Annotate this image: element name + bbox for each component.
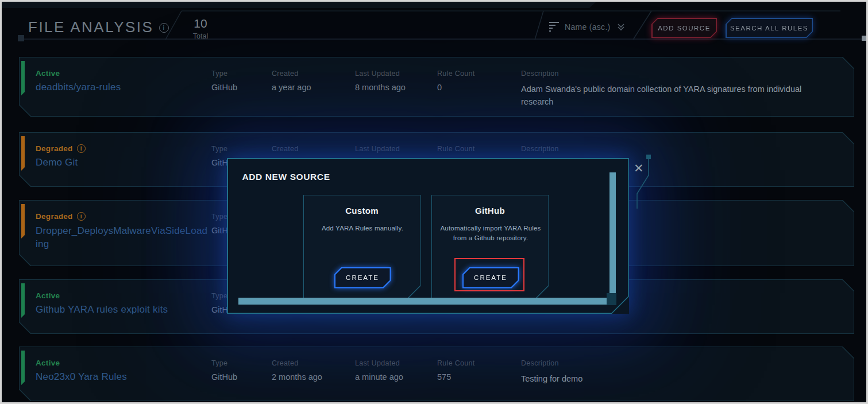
col-value-last-updated: a minute ago bbox=[355, 372, 403, 382]
col-label-description: Description bbox=[521, 359, 559, 367]
modal-horizontal-scrollbar[interactable] bbox=[238, 298, 607, 305]
degraded-info-icon[interactable]: i bbox=[77, 212, 86, 221]
modal-title: ADD NEW SOURCE bbox=[242, 172, 330, 182]
sort-icon bbox=[549, 22, 559, 32]
col-value-rule-count: 0 bbox=[437, 83, 442, 92]
source-name-link[interactable]: Dropper_DeploysMalwareViaSideLoading bbox=[36, 225, 208, 251]
title-info-icon[interactable]: i bbox=[159, 23, 169, 33]
status-bar bbox=[21, 283, 25, 318]
col-label-rule-count: Rule Count bbox=[437, 70, 475, 78]
status-badge: Active bbox=[36, 291, 60, 300]
page-title: FILE ANALYSISi bbox=[28, 18, 169, 36]
col-label-type: Type bbox=[211, 359, 227, 367]
status-badge: Degradedi bbox=[36, 212, 86, 221]
total-count-value: 10 bbox=[174, 17, 227, 30]
custom-card-title: Custom bbox=[304, 206, 421, 216]
status-badge: Degradedi bbox=[36, 144, 86, 153]
github-card-description: Automatically import YARA Rules from a G… bbox=[439, 224, 542, 244]
col-label-type: Type bbox=[211, 145, 227, 153]
add-source-button[interactable]: ADD SOURCE bbox=[651, 18, 717, 38]
modal-vertical-scrollbar[interactable] bbox=[609, 172, 616, 293]
col-label-created: Created bbox=[272, 145, 299, 153]
top-accent-strip bbox=[2, 2, 596, 8]
sort-control[interactable]: Name (asc.) bbox=[549, 22, 626, 32]
col-value-created: 2 months ago bbox=[272, 372, 322, 382]
col-value-description: Adam Swanda's public domain collection o… bbox=[521, 83, 834, 109]
app-window: FILE ANALYSISi 10 Total Name (asc.) ADD … bbox=[0, 0, 868, 404]
col-value-last-updated: 8 months ago bbox=[355, 83, 406, 92]
source-name-link[interactable]: Demo Git bbox=[36, 157, 78, 168]
source-name-link[interactable]: deadbits/yara-rules bbox=[36, 82, 121, 93]
col-label-type: Type bbox=[211, 70, 227, 78]
total-counter: 10 Total bbox=[174, 17, 227, 40]
source-name-link[interactable]: Neo23x0 Yara Rules bbox=[36, 371, 127, 383]
status-bar bbox=[21, 204, 25, 238]
col-label-description: Description bbox=[521, 145, 559, 153]
col-label-rule-count: Rule Count bbox=[437, 145, 475, 153]
header-left-square bbox=[18, 35, 24, 41]
search-all-rules-button[interactable]: SEARCH ALL RULES bbox=[726, 18, 813, 38]
status-bar bbox=[21, 136, 25, 171]
col-label-rule-count: Rule Count bbox=[437, 359, 475, 367]
scrollbar-corner bbox=[607, 293, 616, 305]
custom-card-description: Add YARA Rules manually. bbox=[311, 224, 414, 234]
github-card-title: GitHub bbox=[432, 206, 549, 216]
col-value-type: GitHub bbox=[211, 83, 237, 92]
github-option-card: GitHub Automatically import YARA Rules f… bbox=[431, 195, 549, 299]
col-label-type: Type bbox=[211, 213, 227, 221]
col-label-created: Created bbox=[272, 359, 299, 367]
status-bar bbox=[21, 351, 25, 385]
col-label-last-updated: Last Updated bbox=[355, 359, 400, 367]
sort-label: Name (asc.) bbox=[565, 22, 611, 32]
source-row[interactable]: Active deadbits/yara-rules Type GitHub C… bbox=[19, 57, 854, 117]
total-count-label: Total bbox=[174, 32, 227, 40]
col-value-rule-count: 575 bbox=[437, 372, 451, 382]
col-label-created: Created bbox=[272, 70, 299, 78]
github-create-button[interactable]: CREATE bbox=[462, 267, 519, 288]
status-badge: Active bbox=[36, 359, 60, 367]
custom-create-button[interactable]: CREATE bbox=[334, 267, 391, 288]
degraded-info-icon[interactable]: i bbox=[77, 144, 86, 153]
custom-option-card: Custom Add YARA Rules manually. CREATE bbox=[303, 195, 421, 299]
col-value-type: GitHub bbox=[211, 372, 237, 382]
col-value-created: a year ago bbox=[272, 83, 311, 92]
source-row[interactable]: Active Neo23x0 Yara Rules Type GitHub Cr… bbox=[19, 347, 854, 401]
col-label-description: Description bbox=[521, 70, 559, 78]
source-name-link[interactable]: Github YARA rules exploit kits bbox=[36, 304, 168, 315]
col-label-last-updated: Last Updated bbox=[355, 145, 400, 153]
chevron-double-down-icon bbox=[616, 22, 626, 32]
col-label-type: Type bbox=[211, 292, 227, 300]
status-badge: Active bbox=[36, 69, 60, 78]
status-bar bbox=[21, 61, 25, 95]
col-value-description: Testing for demo bbox=[521, 372, 834, 385]
close-icon[interactable]: ✕ bbox=[634, 161, 644, 175]
col-label-last-updated: Last Updated bbox=[355, 70, 400, 78]
add-new-source-modal: ADD NEW SOURCE Custom Add YARA Rules man… bbox=[227, 158, 629, 314]
header-right-square bbox=[862, 36, 867, 41]
